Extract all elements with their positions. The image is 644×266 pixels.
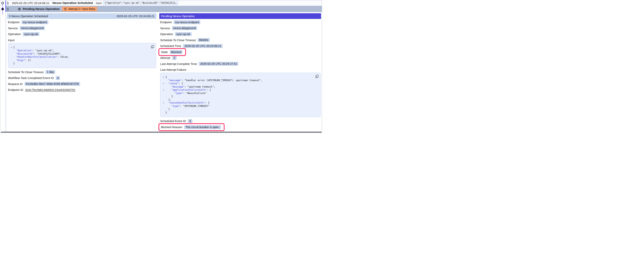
field-service: Service nexus-playground [8,26,156,30]
field-label: Request ID [8,82,22,86]
state-annotation-box: State Blocked [158,48,186,56]
field-endpoint: Endpoint my-nexus-endpoint [8,20,156,24]
field-label: Service [160,27,170,30]
field-state: State Blocked [160,50,321,54]
field-label: Endpoint ID [8,88,23,92]
field-value-badge: 2 [172,56,176,60]
collapse-chevron-icon [9,62,13,65]
collapse-chevron-icon [9,52,13,56]
field-label: Last Attempt Complete Time [160,62,197,66]
field-value-badge: my-nexus-endpoint [174,20,200,24]
copy-icon[interactable] [151,45,154,48]
input-json-code: ∨{ "Operation": "sync-op-ok", "BusinessI… [9,46,149,65]
field-last-attempt-complete-time: Last Attempt Complete Time 2025-02-25 UT… [160,62,321,66]
event-timestamp: 2025-02-25 UTC 20:24:09.21 [12,1,50,5]
right-panel-header: Pending Nexus Operation [159,13,321,19]
event-timeline-filled-dot-icon [2,8,4,10]
collapse-chevron-icon [162,105,166,108]
field-value-badge: 2025-02-25 UTC 20:24:09.21 [183,44,222,48]
collapse-chevron-icon [162,85,166,89]
field-value-badge: sync-op-ok [23,32,39,36]
collapse-chevron-icon [9,49,13,52]
field-attempt: Attempt 2 [160,56,321,60]
field-value-badge: 2025-02-25 UTC 20:25:27.51 [199,62,238,66]
field-label: Blocked Reason [161,125,182,129]
field-label: Endpoint [8,21,20,24]
failure-block-label: Last Attempt Failure [160,68,321,72]
blocked-reason-value-badge: The circuit breaker is open. [184,125,221,129]
collapse-chevron-icon [9,59,13,62]
field-value-badge: 86400s [198,38,210,42]
retry-icon [64,8,67,11]
field-label: Service [8,27,18,30]
field-label: Operation [160,32,173,36]
field-value-badge: nexus-playground [172,26,197,30]
event-timeline [0,0,6,18]
collapse-chevron-icon[interactable]: ∨ [162,76,166,79]
right-panel-fields: Endpoint my-nexus-endpoint Service nexus… [159,19,321,129]
collapse-chevron-icon[interactable]: ∨ [162,88,166,92]
field-endpoint: Endpoint my-nexus-endpoint [160,20,321,24]
right-panel-title: Pending Nexus Operation [161,15,195,18]
input-block-label: Input [8,38,156,42]
pending-event-title: Pending Nexus Operation [23,7,60,11]
selected-group-indicator [6,1,6,12]
field-operation: Operation sync-op-ok [160,32,321,36]
collapse-chevron-icon [162,111,166,114]
collapse-chevron-icon[interactable]: ∨ [9,46,13,49]
collapse-chevron-icon [162,92,166,95]
attempt-retry-badge-label: Attempt 2 • Next Retry [68,8,95,11]
left-panel-header: 5 Nexus Operation Scheduled 2025-02-25 U… [7,13,156,19]
expanded-group-bottom-border [1,132,322,132]
collapse-chevron-icon[interactable]: ∨ [162,82,166,85]
event-timeline-open-dot-icon [1,2,4,4]
field-label: Endpoint [160,21,172,24]
collapse-chevron-icon [162,79,166,82]
field-value-badge: b1c6a4bc-8ee7-468a-9169-df3b02c8737b [24,82,80,86]
endpoint-id-link[interactable]: 3c0c75ccfa8144b092c13ce632463761 [25,88,76,92]
left-panel-timestamp: 2025-02-25 UTC 20:24:09.21 [116,15,154,18]
field-label: Workflow Task Completed Event ID [8,76,54,80]
event-input-preview[interactable]: {"Operation":"sync-op-ok","BusinessID":"… [103,1,178,5]
field-label: Scheduled Event ID [160,119,186,123]
field-value-badge: 1 day [46,70,55,74]
copy-icon[interactable] [315,75,319,78]
field-scheduled-time: Scheduled Time 2025-02-25 UTC 20:24:09.2… [160,44,321,48]
field-label: Schedule To Close Timeout [8,70,44,74]
state-value-badge: Blocked [170,50,183,54]
field-blocked-reason: Blocked Reason The circuit breaker is op… [160,125,321,129]
collapse-chevron-icon [9,55,13,59]
collapse-chevron-icon [162,108,166,111]
event-detail-panels: 5 Nexus Operation Scheduled 2025-02-25 U… [6,13,321,132]
pending-event-id-link[interactable]: 5 [7,7,9,11]
pending-asterisk-icon [18,8,21,11]
field-value-badge: nexus-playground [20,26,45,30]
event-id-link[interactable]: 5 [7,1,9,5]
field-endpoint-id: Endpoint ID 3c0c75ccfa8144b092c13ce63246… [8,88,156,92]
panel-nexus-operation-scheduled: 5 Nexus Operation Scheduled 2025-02-25 U… [7,13,156,132]
field-label: Scheduled Time [160,44,181,48]
field-request-id: Request ID b1c6a4bc-8ee7-468a-9169-df3b0… [8,82,156,86]
field-label: Schedule To Close Timeout [160,39,196,42]
event-title: Nexus Operation Scheduled [52,1,93,5]
field-value-badge: 4 [56,76,60,80]
event-history-rows: 5 2025-02-25 UTC 20:24:09.21 Nexus Opera… [6,0,322,12]
field-schedule-to-close-timeout: Schedule To Close Timeout 86400s [160,38,321,42]
field-label: State [161,50,168,54]
input-json-viewer: ∨{ "Operation": "sync-op-ok", "BusinessI… [8,43,156,68]
collapse-chevron-icon [162,95,166,98]
collapse-chevron-icon [162,98,166,101]
collapse-chevron-icon[interactable]: ∨ [162,101,166,105]
panel-pending-nexus-operation: Pending Nexus Operation Endpoint my-nexu… [159,13,321,132]
attempt-retry-badge: Attempt 2 • Next Retry [62,7,97,11]
failure-json-viewer: ∨{ "message": "handler error (UPSTREAM_T… [160,73,321,117]
field-label: Attempt [160,56,170,60]
event-row-nexus-operation-scheduled[interactable]: 5 2025-02-25 UTC 20:24:09.21 Nexus Opera… [6,0,322,6]
field-value-badge: sync-op-ok [175,32,192,36]
blocked-reason-annotation-box: Blocked Reason The circuit breaker is op… [158,123,224,131]
field-workflow-task-completed-event-id: Workflow Task Completed Event ID 4 [8,76,156,80]
failure-json-code: ∨{ "message": "handler error (UPSTREAM_T… [162,76,314,114]
field-service: Service nexus-playground [160,26,321,30]
event-row-pending-nexus-operation[interactable]: 5 Pending Nexus Operation Attempt 2 • Ne… [6,6,322,12]
field-operation: Operation sync-op-ok [8,32,156,36]
